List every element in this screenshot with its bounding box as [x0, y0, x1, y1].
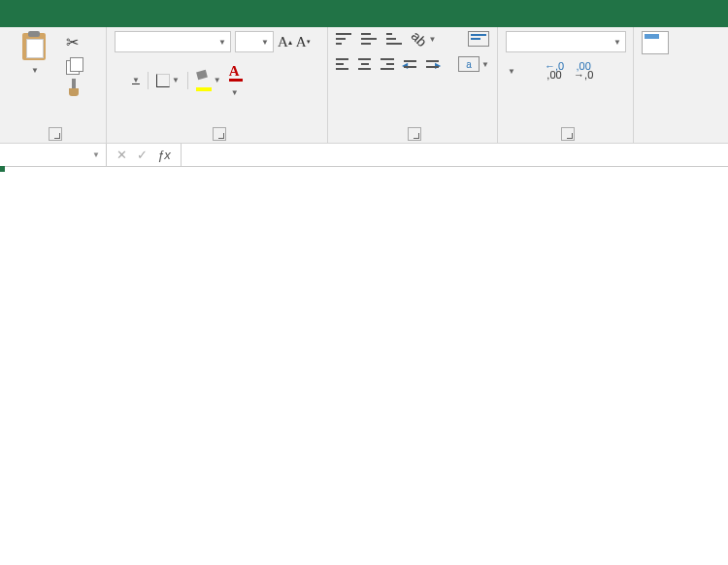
- chevron-down-icon: ▼: [231, 88, 239, 97]
- ribbon: ▼ ✂ ▼ ▼ A▴ A▾ ▼ ▼: [0, 27, 728, 144]
- decrease-indent-icon[interactable]: ◀: [404, 58, 416, 70]
- dialog-launcher-icon[interactable]: [49, 127, 62, 141]
- dialog-launcher-icon[interactable]: [561, 127, 575, 141]
- chevron-down-icon: ▼: [481, 60, 489, 69]
- chevron-down-icon: ▼: [214, 76, 221, 84]
- cell-selection: [0, 167, 4, 171]
- conditional-formatting-button[interactable]: [642, 31, 669, 58]
- cut-icon[interactable]: ✂: [66, 33, 83, 51]
- chevron-down-icon: ▼: [261, 38, 269, 47]
- chevron-down-icon: ▼: [613, 38, 621, 47]
- align-top-icon[interactable]: [336, 33, 351, 45]
- underline-button[interactable]: ▼: [130, 76, 140, 84]
- increase-indent-icon[interactable]: ▶: [426, 58, 439, 70]
- font-size-combo[interactable]: ▼: [235, 31, 274, 52]
- name-box[interactable]: ▼: [0, 144, 107, 166]
- wrap-text-button[interactable]: [468, 31, 489, 47]
- increase-font-icon[interactable]: A▴: [278, 34, 292, 50]
- increase-decimal-icon[interactable]: ←,0,00: [545, 62, 564, 80]
- decrease-font-icon[interactable]: A▾: [296, 34, 311, 50]
- chevron-down-icon: ▼: [132, 76, 140, 84]
- chevron-down-icon: ▼: [508, 67, 515, 76]
- align-right-icon[interactable]: [381, 58, 393, 70]
- align-center-icon[interactable]: [358, 58, 371, 70]
- chevron-down-icon: ▼: [218, 38, 226, 47]
- align-left-icon[interactable]: [336, 58, 348, 70]
- orientation-button[interactable]: ab▼: [412, 31, 437, 47]
- border-icon: [156, 74, 170, 87]
- orientation-icon: ab: [409, 28, 430, 50]
- ribbon-tabs: [0, 0, 728, 27]
- chevron-down-icon: ▼: [172, 76, 180, 84]
- borders-button[interactable]: ▼: [156, 74, 180, 87]
- currency-button[interactable]: ▼: [506, 67, 515, 76]
- copy-icon[interactable]: [66, 57, 83, 73]
- font-name-combo[interactable]: ▼: [115, 31, 231, 52]
- wrap-icon: [468, 31, 489, 47]
- font-color-button[interactable]: А▼: [229, 62, 243, 98]
- fill-color-button[interactable]: ▼: [196, 69, 221, 91]
- align-bottom-icon[interactable]: [386, 33, 402, 45]
- dialog-launcher-icon[interactable]: [213, 127, 226, 141]
- fx-icon[interactable]: ƒx: [157, 148, 171, 162]
- merge-icon: [458, 56, 480, 72]
- dialog-launcher-icon[interactable]: [408, 127, 421, 141]
- paste-button[interactable]: ▼: [8, 31, 60, 75]
- chevron-down-icon: ▼: [31, 66, 39, 75]
- align-middle-icon[interactable]: [361, 33, 377, 45]
- merge-button[interactable]: ▼: [458, 56, 489, 72]
- chevron-down-icon: ▼: [92, 150, 100, 159]
- formula-bar: ▼ ✕ ✓ ƒx: [0, 144, 728, 167]
- enter-icon[interactable]: ✓: [137, 148, 148, 162]
- decrease-decimal-icon[interactable]: ,00→,0: [574, 62, 593, 80]
- conditional-formatting-icon: [642, 31, 669, 54]
- number-format-combo[interactable]: ▼: [506, 31, 626, 52]
- format-painter-icon[interactable]: [66, 79, 82, 96]
- bucket-icon: [196, 71, 210, 83]
- formula-input[interactable]: [182, 144, 728, 166]
- cancel-icon[interactable]: ✕: [116, 148, 127, 162]
- paste-icon: [18, 31, 50, 62]
